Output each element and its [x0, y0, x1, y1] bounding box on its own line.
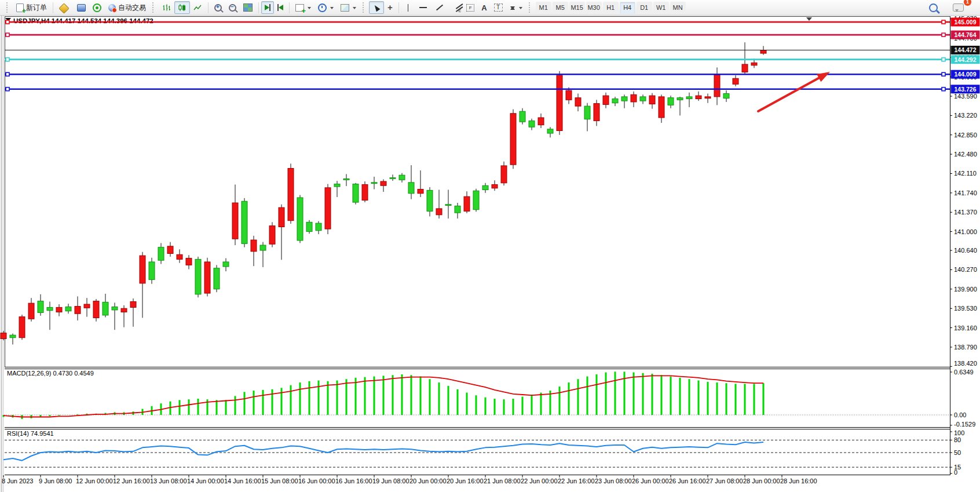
candle-body: [436, 209, 442, 215]
auto-trading-button[interactable]: 自动交易: [105, 1, 149, 14]
vertical-line-tool-button[interactable]: [401, 1, 415, 14]
bar-chart-button[interactable]: [159, 1, 174, 14]
candle-body: [584, 106, 590, 119]
time-label: 28 Jun 16:00: [780, 478, 817, 484]
chat-icon: [953, 3, 964, 12]
trendline-icon: [436, 5, 443, 11]
timeframe-button-m15[interactable]: M15: [569, 2, 585, 14]
candlestick-chart-button[interactable]: [174, 1, 190, 14]
line-handle[interactable]: [6, 20, 9, 24]
price-chart[interactable]: 145.070144.700144.330143.960143.590143.2…: [0, 16, 980, 492]
svg-text:142.480: 142.480: [954, 151, 977, 158]
signals-button[interactable]: [89, 1, 105, 14]
timeframe-button-d1[interactable]: D1: [637, 2, 652, 14]
zoom-out-button[interactable]: −: [225, 1, 240, 14]
line-handle[interactable]: [6, 72, 9, 76]
new-order-button[interactable]: 新订单: [13, 1, 50, 14]
market-watch-icon: [77, 4, 86, 12]
candle-body: [10, 335, 16, 338]
timeframe-button-w1[interactable]: W1: [653, 2, 669, 14]
new-order-label: 新订单: [26, 3, 47, 13]
candle-body: [705, 97, 711, 99]
mt4-window: 新订单 自动交易 + −: [0, 0, 980, 492]
svg-text:50: 50: [954, 449, 961, 456]
line-handle[interactable]: [942, 58, 945, 61]
arrows-tool-button[interactable]: [506, 1, 526, 14]
timeframe-button-m5[interactable]: M5: [553, 2, 568, 14]
candle-body: [594, 104, 599, 121]
separator: [53, 2, 53, 13]
periods-button[interactable]: [315, 1, 337, 14]
indicators-button[interactable]: [292, 1, 315, 14]
search-button[interactable]: [926, 1, 941, 14]
candle-body: [566, 90, 572, 100]
candle-body: [177, 254, 182, 259]
candle-body: [760, 50, 766, 53]
time-label: 22 Jun 00:00: [521, 478, 558, 484]
candle-body: [603, 96, 609, 104]
candle-body: [612, 99, 618, 103]
timeframe-button-m30[interactable]: M30: [586, 2, 602, 14]
candle-body: [288, 168, 294, 220]
candle-body: [696, 96, 701, 99]
svg-text:144.472: 144.472: [955, 46, 977, 53]
timeframe-button-h4[interactable]: H4: [620, 2, 635, 14]
horizontal-line-tool-button[interactable]: [415, 1, 432, 14]
candle-body: [19, 317, 25, 338]
profiles-button[interactable]: [56, 1, 74, 14]
candle-body: [464, 196, 470, 211]
candle-body: [158, 247, 164, 261]
market-watch-button[interactable]: [74, 1, 89, 14]
timeframe-button-mn[interactable]: MN: [670, 2, 686, 14]
candle-body: [103, 302, 108, 315]
fibonacci-tool-button[interactable]: F: [463, 1, 478, 14]
timeframe-button-m1[interactable]: M1: [536, 2, 551, 14]
templates-icon: [341, 4, 349, 12]
svg-text:138.420: 138.420: [954, 360, 977, 367]
timeframe-toolbar: M1M5M15M30H1H4D1W1MN: [535, 2, 686, 14]
line-handle[interactable]: [6, 88, 9, 91]
text-tool-button[interactable]: A: [478, 1, 490, 14]
line-chart-icon: [193, 3, 202, 12]
line-handle[interactable]: [942, 20, 945, 24]
separator: [208, 2, 209, 13]
label-tool-button[interactable]: T: [491, 1, 506, 14]
candle-body: [575, 98, 581, 106]
candle-body: [482, 185, 488, 189]
line-handle[interactable]: [6, 33, 9, 37]
time-label: 26 Jun 00:00: [632, 478, 669, 484]
candle-body: [640, 97, 646, 101]
line-handle[interactable]: [942, 33, 945, 37]
cursor-tool-button[interactable]: [369, 1, 384, 14]
svg-text:141.740: 141.740: [954, 189, 977, 196]
svg-text:141.000: 141.000: [954, 228, 977, 235]
label-icon: T: [494, 3, 503, 12]
trendline-tool-button[interactable]: [432, 1, 448, 14]
candle-body: [75, 307, 81, 314]
candle-body: [65, 307, 71, 311]
line-handle[interactable]: [6, 58, 9, 61]
tile-windows-icon: [243, 3, 253, 12]
candle-body: [140, 256, 145, 283]
candle-body: [520, 111, 525, 122]
candle-body: [353, 184, 359, 203]
timeframe-button-h1[interactable]: H1: [603, 2, 619, 14]
candle-body: [723, 93, 729, 98]
candle-body: [260, 245, 266, 250]
templates-button[interactable]: [337, 1, 360, 14]
line-handle[interactable]: [942, 72, 945, 76]
auto-scroll-button[interactable]: [261, 1, 274, 14]
line-handle[interactable]: [942, 88, 945, 91]
tile-windows-button[interactable]: [240, 1, 256, 14]
chart-shift-button[interactable]: [274, 1, 287, 14]
chevron-down-icon: [330, 7, 334, 11]
cursor-icon: [373, 4, 381, 12]
crosshair-tool-button[interactable]: +: [384, 1, 396, 14]
zoom-in-button[interactable]: +: [211, 1, 225, 14]
channel-tool-button[interactable]: E: [448, 1, 463, 14]
time-label: 20 Jun 16:00: [447, 478, 484, 484]
line-chart-button[interactable]: [190, 1, 206, 14]
candle-body: [130, 301, 136, 307]
notifications-button[interactable]: 1: [949, 1, 967, 14]
candle-body: [214, 268, 220, 289]
